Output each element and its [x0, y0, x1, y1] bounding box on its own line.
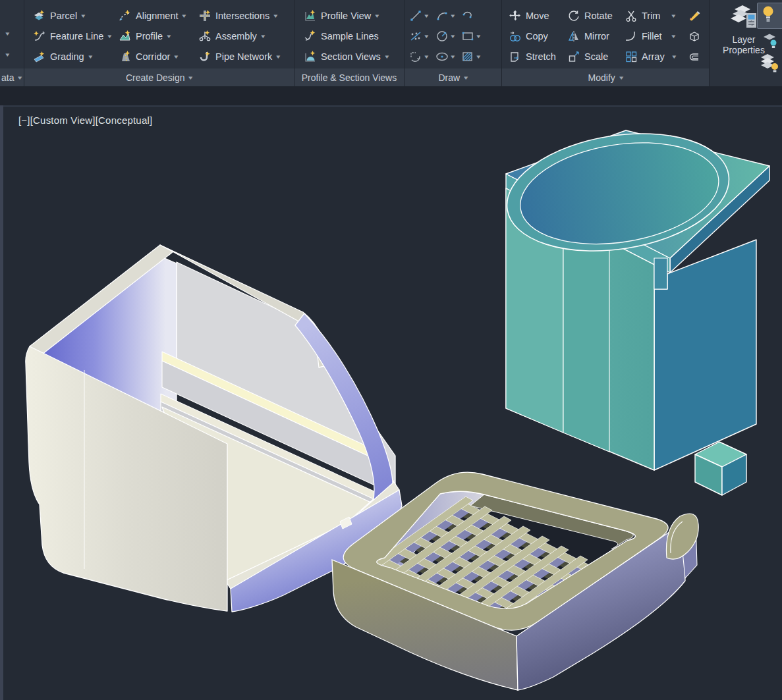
scale-button[interactable]: Scale: [567, 46, 608, 67]
section-views-icon: [304, 50, 317, 63]
offset-button[interactable]: [687, 46, 702, 67]
model-space-scene: [0, 107, 782, 700]
explode-button[interactable]: [687, 26, 702, 46]
move-button[interactable]: Move: [509, 5, 549, 26]
panel-title-label: Draw: [438, 72, 460, 83]
mirror-button[interactable]: Mirror: [567, 26, 609, 46]
section-views-button[interactable]: Section Views▾: [304, 46, 388, 67]
chevron-down-icon[interactable]: ▾: [451, 53, 455, 60]
corridor-button[interactable]: Corridor▾: [119, 46, 178, 67]
feature-line-button[interactable]: Feature Line▾: [33, 26, 111, 46]
panel-title-modify[interactable]: Modify ▾: [502, 68, 709, 86]
chevron-down-icon[interactable]: ▾: [672, 53, 676, 60]
chevron-down-icon[interactable]: ▾: [424, 13, 428, 19]
chevron-down-icon[interactable]: ▾: [476, 53, 480, 60]
copy-button[interactable]: Copy: [509, 26, 548, 46]
alignment-icon: [119, 9, 132, 22]
button-label: Scale: [584, 51, 608, 62]
chevron-down-icon[interactable]: ▾: [5, 30, 9, 37]
profile-button[interactable]: Profile▾: [119, 26, 171, 46]
button-label: Pipe Network: [215, 51, 272, 62]
button-label: Corridor: [136, 51, 170, 62]
arc-tool-icon[interactable]: [435, 9, 449, 23]
chevron-down-icon[interactable]: ▾: [424, 33, 428, 40]
polyline-edit-tool-icon[interactable]: [408, 49, 423, 64]
panel-title-label: Profile & Section Views: [302, 72, 397, 83]
panel-title-cut[interactable]: ata ▾: [0, 68, 24, 86]
intersections-button[interactable]: Intersections▾: [198, 5, 277, 26]
button-label: Rotate: [584, 11, 613, 21]
panel-title-label: Create Design: [126, 72, 185, 83]
chevron-down-icon: ▾: [108, 33, 112, 40]
chevron-down-icon[interactable]: ▾: [5, 51, 9, 58]
chevron-down-icon: ▾: [276, 53, 280, 60]
intersections-icon: [198, 9, 211, 22]
ribbon-panel-cut: ▾ ▾ ata ▾: [0, 0, 24, 86]
button-label: Profile: [136, 31, 163, 41]
lightbulb-on-icon: [762, 5, 780, 25]
chevron-down-icon[interactable]: ▾: [451, 33, 455, 40]
layer-on-button[interactable]: [760, 53, 781, 78]
panel-title-label: Modify: [588, 72, 615, 83]
divide-tool-icon[interactable]: [408, 29, 423, 43]
assembly-icon: [198, 30, 211, 43]
ribbon-panel-layers: Layer Properties: [710, 0, 782, 86]
fillet-icon: [625, 30, 638, 43]
layer-on-icon: [760, 53, 781, 75]
chevron-down-icon: ▾: [619, 74, 623, 81]
panel-title-create-design[interactable]: Create Design ▾: [24, 68, 294, 86]
circle-tool-icon[interactable]: [435, 29, 449, 43]
line-tool-icon[interactable]: [408, 9, 423, 23]
ribbon-panel-create-design: Parcel▾ Feature Line▾ Grading▾ Alignment…: [24, 0, 294, 86]
rotate-button[interactable]: Rotate: [567, 5, 613, 26]
sample-lines-button[interactable]: Sample Lines: [304, 26, 379, 46]
fillet-button[interactable]: Fillet ▾: [625, 26, 675, 46]
chevron-down-icon[interactable]: ▾: [672, 13, 676, 19]
rectangle-tool-icon[interactable]: [461, 29, 475, 43]
freeze-layer-button[interactable]: [762, 32, 781, 51]
chevron-down-icon[interactable]: ▾: [476, 33, 480, 40]
ribbon-panel-draw: ▾ ▾ ▾ ▾ ▾ ▾ ▾ ▾ Draw ▾: [405, 0, 501, 86]
parcel-icon: [33, 9, 46, 22]
button-label: Sample Lines: [321, 31, 379, 41]
pipe-network-button[interactable]: Pipe Network▾: [198, 46, 280, 67]
stretch-icon: [509, 50, 522, 63]
trim-button[interactable]: Trim ▾: [625, 5, 675, 26]
parcel-button[interactable]: Parcel▾: [33, 5, 85, 26]
chevron-down-icon[interactable]: ▾: [424, 53, 428, 60]
profile-view-button[interactable]: Profile View▾: [304, 5, 379, 26]
button-label: Alignment: [136, 11, 178, 21]
ellipse-tool-icon[interactable]: [435, 49, 449, 64]
assembly-button[interactable]: Assembly▾: [198, 26, 264, 46]
button-label: Trim: [642, 11, 660, 21]
grading-button[interactable]: Grading▾: [33, 46, 92, 67]
panel-title-profile-section[interactable]: Profile & Section Views: [294, 68, 404, 86]
chevron-down-icon[interactable]: ▾: [451, 13, 455, 19]
chevron-down-icon[interactable]: ▾: [671, 33, 675, 40]
teal-cup-object[interactable]: [499, 119, 769, 495]
erase-pencil-icon: [687, 9, 702, 23]
polyline-arc-tool-icon[interactable]: [461, 9, 475, 23]
array-button[interactable]: Array ▾: [625, 46, 675, 67]
rotate-icon: [567, 9, 580, 22]
panel-title-draw[interactable]: Draw ▾: [405, 68, 501, 86]
drawing-viewport[interactable]: [−][Custom View][Conceptual]: [0, 105, 782, 700]
erase-button[interactable]: [687, 5, 702, 26]
hatch-tool-icon[interactable]: [461, 49, 475, 64]
offset-icon: [687, 49, 702, 64]
button-label: Grading: [50, 51, 84, 62]
button-label: Array: [642, 51, 665, 62]
button-label: Profile View: [321, 11, 371, 21]
chevron-down-icon: ▾: [273, 13, 277, 19]
alignment-button[interactable]: Alignment▾: [119, 5, 186, 26]
button-label: Feature Line: [50, 31, 103, 41]
move-icon: [509, 9, 522, 22]
layer-off-button[interactable]: [757, 3, 782, 29]
ribbon-panel-profile-section: Profile View▾ Sample Lines Section Views…: [294, 0, 404, 86]
chevron-down-icon: ▾: [18, 74, 22, 81]
profile-icon: [119, 30, 132, 43]
button-label: Assembly: [215, 31, 257, 41]
grading-icon: [33, 50, 46, 63]
stretch-button[interactable]: Stretch: [509, 46, 556, 67]
ribbon: ▾ ▾ ata ▾ Parcel▾ Feature Line▾ Grading▾…: [0, 0, 782, 86]
